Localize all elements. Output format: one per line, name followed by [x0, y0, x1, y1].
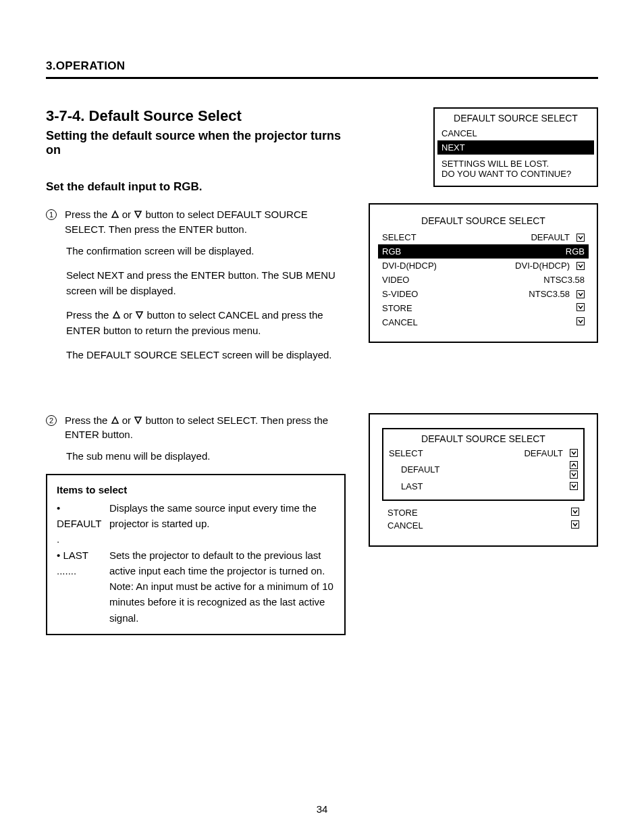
step-1: 1 Press the or button to select DEFAULT … [46, 207, 346, 237]
page-title: 3-7-4. Default Source Select [46, 107, 346, 125]
infobox-label: DEFAULT . [57, 500, 105, 547]
step2-or: or [122, 414, 131, 426]
menu-panel-confirm: DEFAULT SOURCE SELECT CANCEL NEXT SETTIN… [433, 107, 598, 187]
menu-title: DEFAULT SOURCE SELECT [389, 433, 578, 447]
chevron-down-icon [571, 520, 579, 529]
chevron-down-icon [576, 317, 585, 325]
chevron-down-icon [576, 234, 585, 242]
page-subtitle: Setting the default source when the proj… [46, 129, 346, 157]
triangle-down-icon [135, 311, 144, 319]
menu-row[interactable]: CANCEL [382, 315, 585, 329]
chevron-down-icon [571, 508, 579, 516]
step-number-1-icon: 1 [46, 209, 57, 220]
sec1-heading: Set the default input to RGB. [46, 180, 346, 194]
chevron-down-icon [576, 262, 585, 270]
page-number: 34 [0, 803, 644, 815]
section-header: 3.OPERATION [46, 59, 598, 79]
chevron-up-icon [570, 461, 578, 469]
right-col-2: DEFAULT SOURCE SELECT SELECT DEFAULT DEF… [369, 413, 598, 563]
menu-row[interactable]: SELECT DEFAULT [389, 447, 578, 460]
infobox-desc: Displays the same source input every tim… [109, 500, 335, 547]
triangle-up-icon [111, 416, 119, 425]
sec1-note: Press the or button to select CANCEL and… [66, 308, 346, 338]
items-to-select-box: Items to select DEFAULT . Displays the s… [46, 474, 346, 635]
menu-row[interactable]: STORE [382, 301, 585, 315]
chevron-down-icon [576, 303, 585, 311]
menu-row-next-selected[interactable]: NEXT [437, 140, 594, 155]
triangle-down-icon [134, 416, 142, 425]
sec1-p2: Select NEXT and press the ENTER button. … [66, 268, 346, 298]
triangle-down-icon [134, 210, 142, 219]
confirm-msg2: DO YOU WANT TO CONTINUE? [441, 169, 590, 179]
sec1-p3: The DEFAULT SOURCE SELECT screen will be… [66, 348, 346, 363]
menu-row[interactable]: STORE [387, 506, 579, 519]
infobox-label: LAST ....... [57, 547, 105, 626]
menu-row[interactable]: SELECT DEFAULT [382, 230, 585, 244]
chevron-down-icon [576, 290, 585, 298]
chevron-down-icon [570, 482, 578, 490]
right-col-1: DEFAULT SOURCE SELECT CANCEL NEXT SETTIN… [369, 107, 598, 359]
menu-row[interactable]: VIDEO NTSC3.58 [382, 273, 585, 287]
chevron-down-icon [570, 449, 578, 457]
chevron-down-icon [570, 470, 578, 479]
infobox-row: DEFAULT . Displays the same source input… [57, 500, 335, 547]
step1-pre: Press the [65, 209, 107, 220]
left-col-2: 2 Press the or button to select SELECT. … [46, 413, 346, 635]
menu-row-cancel[interactable]: CANCEL [441, 126, 590, 140]
menu-row[interactable]: CANCEL [387, 519, 579, 532]
confirm-msg1: SETTINGS WILL BE LOST. [441, 159, 590, 169]
sec2-p1: The sub menu will be displayed. [66, 449, 346, 464]
menu-title: DEFAULT SOURCE SELECT [435, 109, 597, 125]
sec1-p1: The confirmation screen will be displaye… [66, 244, 346, 259]
menu-title: DEFAULT SOURCE SELECT [381, 215, 586, 227]
menu-panel-sourceselect: DEFAULT SOURCE SELECT SELECT DEFAULT RGB… [369, 203, 598, 343]
menu-row[interactable]: DVI-D(HDCP) DVI-D(HDCP) [382, 259, 585, 273]
infobox-title: Items to select [57, 482, 335, 497]
step-number-2-icon: 2 [46, 415, 57, 426]
menu-sub-row[interactable]: LAST [389, 480, 578, 493]
triangle-up-icon [112, 311, 121, 319]
step-2: 2 Press the or button to select SELECT. … [46, 413, 346, 443]
left-col-1: 3-7-4. Default Source Select Setting the… [46, 107, 346, 373]
step2-pre: Press the [65, 414, 107, 426]
triangle-up-icon [111, 210, 119, 219]
menu-row[interactable]: S-VIDEO NTSC3.58 [382, 287, 585, 301]
menu-panel-submenu: DEFAULT SOURCE SELECT SELECT DEFAULT DEF… [369, 413, 598, 547]
infobox-row: LAST ....... Sets the projector to defau… [57, 547, 335, 626]
menu-row-selected[interactable]: RGB RGB [378, 244, 589, 259]
step1-or: or [122, 209, 131, 220]
infobox-desc: Sets the projector to default to the pre… [109, 547, 335, 626]
menu-sub-row[interactable]: DEFAULT [389, 460, 578, 480]
